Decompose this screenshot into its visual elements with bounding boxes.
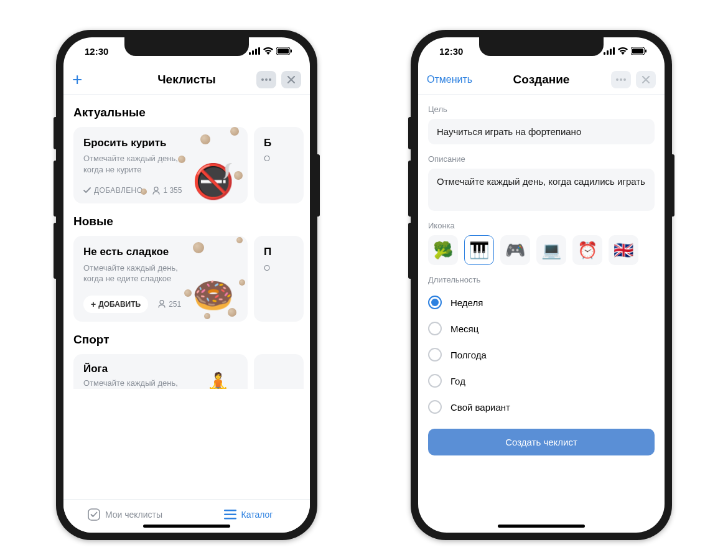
add-to-list-button[interactable]: + ДОБАВИТЬ: [83, 296, 148, 313]
battery-icon: [276, 47, 292, 55]
svg-rect-17: [607, 50, 609, 55]
radio-icon: [428, 348, 442, 362]
svg-rect-6: [291, 50, 292, 53]
card-title: Йога: [83, 363, 170, 375]
flag-uk-icon[interactable]: 🇬🇧: [609, 235, 638, 265]
nav-bar: + Чеклисты: [63, 65, 310, 95]
svg-rect-1: [252, 50, 254, 55]
duration-option[interactable]: Свой вариант: [428, 394, 655, 420]
svg-point-10: [154, 187, 158, 190]
more-icon: [616, 78, 626, 81]
laptop-icon[interactable]: 💻: [536, 235, 566, 265]
duration-options: НеделяМесяцПолгодаГодСвой вариант: [428, 289, 655, 420]
battery-icon: [631, 47, 647, 55]
form-content: Цель Научиться играть на фортепиано Опис…: [418, 95, 665, 533]
duration-label: Длительность: [428, 275, 655, 284]
participants-count: 1 355: [152, 186, 182, 195]
card-peek-1[interactable]: Б О: [254, 127, 304, 203]
radio-icon: [428, 322, 442, 335]
duration-option-label: Год: [450, 376, 465, 386]
svg-rect-15: [224, 518, 236, 520]
card-title: Не есть сладкое: [83, 246, 170, 258]
close-icon: [287, 76, 295, 83]
card-yoga[interactable]: Йога Отмечайте каждый день, 🧘: [73, 354, 248, 389]
radio-icon: [428, 400, 442, 414]
radio-icon: [428, 296, 442, 309]
card-title: Бросить курить: [83, 137, 170, 149]
card-peek-2[interactable]: П О: [254, 236, 304, 321]
broccoli-icon[interactable]: 🥦: [428, 235, 458, 265]
cancel-button[interactable]: Отменить: [427, 74, 472, 85]
screen-left: 12:30 + Чеклисты Актуальные: [63, 37, 310, 533]
status-indicators: [604, 47, 647, 55]
card-desc: Отмечайте каждый день, когда не курите: [83, 153, 183, 175]
svg-rect-21: [632, 49, 643, 54]
section-new-title: Новые: [73, 215, 310, 228]
goal-input[interactable]: Научиться играть на фортепиано: [428, 119, 655, 144]
svg-rect-13: [224, 510, 236, 511]
donut-icon: 🍩: [192, 276, 234, 315]
duration-option-label: Полгода: [450, 350, 487, 360]
wifi-icon: [263, 47, 273, 55]
no-smoking-icon: 🚭: [192, 162, 234, 201]
person-icon: [158, 300, 166, 308]
svg-rect-22: [645, 50, 646, 53]
card-desc: Отмечайте каждый день,: [83, 378, 183, 389]
home-indicator: [498, 525, 585, 528]
svg-point-24: [620, 78, 622, 81]
page-title: Создание: [483, 73, 600, 86]
phone-right: 12:30 Отменить Создание Цель: [411, 30, 672, 540]
svg-point-25: [623, 78, 626, 81]
duration-option-label: Неделя: [450, 297, 483, 308]
page-title: Чеклисты: [128, 73, 245, 86]
card-peek-3[interactable]: [254, 354, 304, 389]
goal-label: Цель: [428, 105, 655, 114]
home-indicator: [143, 525, 230, 528]
status-indicators: [249, 47, 292, 55]
gamepad-icon[interactable]: 🎮: [500, 235, 530, 265]
svg-rect-5: [278, 49, 289, 54]
piano-icon[interactable]: 🎹: [464, 235, 494, 265]
section-sport-title: Спорт: [73, 333, 310, 347]
added-badge: ДОБАВЛЕНО: [83, 186, 142, 195]
duration-option-label: Свой вариант: [450, 402, 510, 413]
alarm-icon[interactable]: ⏰: [572, 235, 602, 265]
more-button[interactable]: [611, 71, 631, 88]
close-icon: [642, 76, 650, 83]
duration-option[interactable]: Неделя: [428, 289, 655, 315]
card-no-sweets[interactable]: Не есть сладкое Отмечайте каждый день, к…: [73, 236, 248, 321]
svg-rect-12: [88, 509, 100, 520]
svg-rect-2: [255, 49, 257, 55]
wifi-icon: [618, 47, 628, 55]
list-icon: [224, 510, 236, 520]
add-button[interactable]: +: [72, 71, 82, 88]
screen-right: 12:30 Отменить Создание Цель: [418, 37, 665, 533]
status-time: 12:30: [85, 46, 108, 57]
card-quit-smoking[interactable]: Бросить курить Отмечайте каждый день, ко…: [73, 127, 248, 203]
description-input[interactable]: Отмечайте каждый день, когда садились иг…: [428, 169, 655, 211]
card-desc: Отмечайте каждый день, когда не едите сл…: [83, 263, 183, 284]
close-button[interactable]: [281, 71, 301, 88]
person-icon: [152, 187, 160, 195]
svg-rect-0: [249, 52, 251, 55]
description-label: Описание: [428, 154, 655, 164]
notch: [124, 37, 249, 56]
icon-picker: 🥦🎹🎮💻⏰🇬🇧: [428, 235, 655, 265]
radio-icon: [428, 374, 442, 388]
phone-left: 12:30 + Чеклисты Актуальные: [56, 30, 317, 540]
svg-rect-18: [610, 49, 612, 55]
yoga-icon: 🧘: [207, 371, 229, 389]
svg-rect-19: [613, 47, 615, 55]
signal-icon: [249, 47, 260, 55]
create-checklist-button[interactable]: Создать чеклист: [428, 429, 655, 455]
check-icon: [83, 187, 91, 194]
more-button[interactable]: [256, 71, 276, 88]
notch: [479, 37, 604, 56]
duration-option[interactable]: Полгода: [428, 342, 655, 368]
svg-rect-14: [224, 513, 236, 515]
signal-icon: [604, 47, 615, 55]
svg-rect-16: [604, 52, 605, 55]
duration-option[interactable]: Год: [428, 368, 655, 394]
close-button[interactable]: [636, 71, 656, 88]
duration-option[interactable]: Месяц: [428, 315, 655, 342]
